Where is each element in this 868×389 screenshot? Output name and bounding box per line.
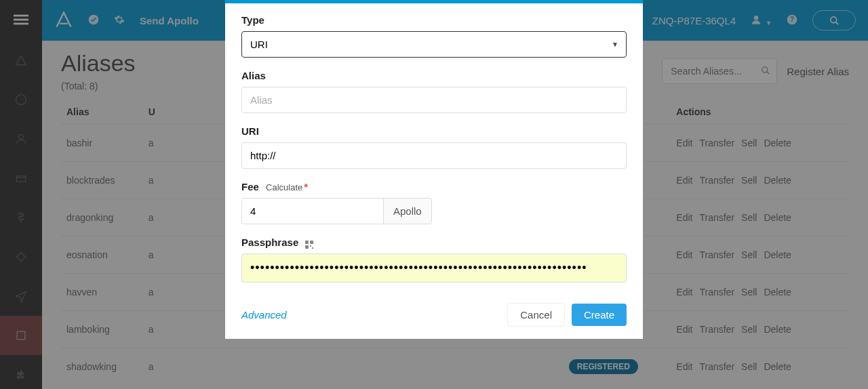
uri-input[interactable] <box>241 142 627 169</box>
passphrase-input[interactable] <box>241 253 627 283</box>
type-label: Type <box>241 14 627 26</box>
register-alias-modal: Type URI ▼ Alias URI Fee Calculate* Apol… <box>225 0 643 339</box>
alias-input[interactable] <box>241 87 627 113</box>
fee-input[interactable] <box>241 198 384 224</box>
advanced-link[interactable]: Advanced <box>241 309 287 321</box>
create-button[interactable]: Create <box>572 304 627 326</box>
svg-rect-14 <box>305 241 309 244</box>
fee-label: Fee Calculate* <box>241 181 627 192</box>
alias-label: Alias <box>241 70 627 81</box>
type-select[interactable]: URI <box>241 31 627 58</box>
cancel-button[interactable]: Cancel <box>507 303 565 327</box>
calculate-link[interactable]: Calculate <box>266 182 302 192</box>
svg-rect-17 <box>310 245 311 247</box>
uri-label: URI <box>241 125 627 137</box>
svg-rect-15 <box>310 241 313 244</box>
qr-icon[interactable] <box>305 239 313 247</box>
svg-rect-18 <box>312 247 313 249</box>
svg-rect-16 <box>305 245 309 249</box>
fee-unit: Apollo <box>384 198 432 224</box>
passphrase-label: Passphrase <box>241 237 627 248</box>
